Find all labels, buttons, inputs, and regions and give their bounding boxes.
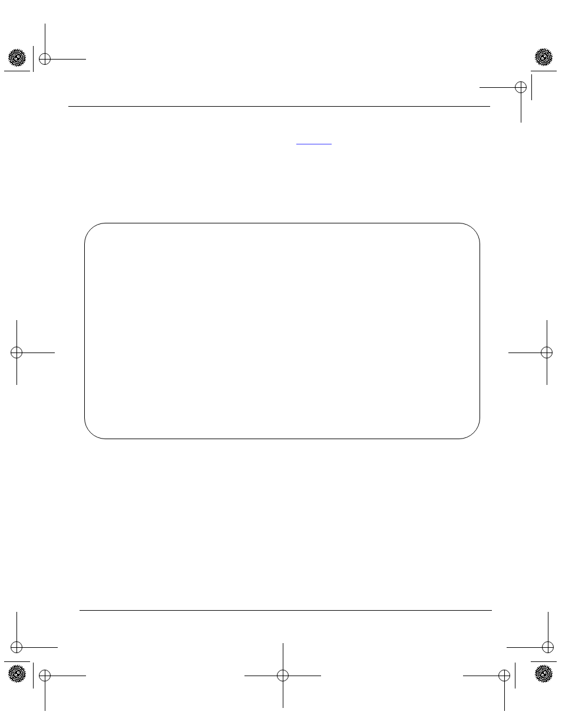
- rounded-box: [84, 223, 480, 439]
- link-dash: [296, 144, 332, 144]
- swirl-bot-right: [535, 665, 553, 683]
- rule-bottom: [80, 610, 492, 611]
- swirl-top-left: [8, 49, 26, 67]
- rule-top: [68, 106, 490, 107]
- swirl-top-right: [535, 48, 553, 66]
- swirl-bot-left: [8, 665, 26, 683]
